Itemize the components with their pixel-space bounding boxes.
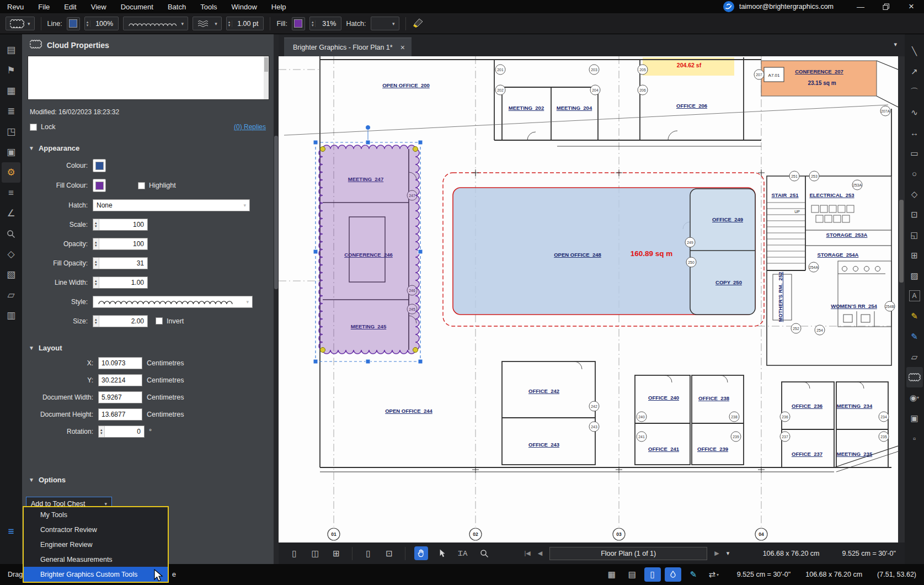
pen-tool-icon[interactable]: ✎ xyxy=(906,326,923,347)
polygon-tool-icon[interactable]: ◇ xyxy=(906,184,923,204)
menu-item-my-tools[interactable]: My Tools xyxy=(24,507,168,522)
line-pattern-dropdown[interactable]: ▾ xyxy=(193,17,222,30)
replies-link[interactable]: (0) Replies xyxy=(234,123,266,131)
menu-document[interactable]: Document xyxy=(114,0,161,13)
markup-list-toggle-icon[interactable]: ≡ xyxy=(0,525,22,538)
highlight-checkbox[interactable]: Highlight xyxy=(138,182,176,189)
invert-checkbox[interactable]: Invert xyxy=(156,317,184,325)
stamp-tool-icon[interactable]: ◉▾ xyxy=(906,387,923,408)
image-tool-icon[interactable]: ▣ xyxy=(906,408,923,428)
y-field[interactable] xyxy=(98,374,142,386)
menu-view[interactable]: View xyxy=(84,0,114,13)
fill-opacity-spinner[interactable]: ▴▾31% xyxy=(309,17,342,30)
select-region-icon[interactable]: ▫ xyxy=(906,428,923,449)
previous-page-button[interactable]: ◀ xyxy=(538,550,542,557)
lock-checkbox[interactable]: Lock xyxy=(30,123,55,131)
line-width-panel-spinner[interactable]: ▴▾ xyxy=(93,276,148,289)
options-section-header[interactable]: ▼Options xyxy=(29,476,66,484)
text-box-tool-icon[interactable]: A xyxy=(909,290,920,301)
restore-button[interactable] xyxy=(873,0,899,13)
zoom-tool-icon[interactable] xyxy=(477,546,491,560)
panel-scrollbar[interactable] xyxy=(274,34,279,564)
rectangle-tool-icon[interactable]: ▭ xyxy=(906,143,923,163)
size-spinner[interactable]: ▴▾ xyxy=(93,315,148,327)
split-view-icon[interactable]: ◫ xyxy=(308,546,322,560)
line-opacity-spinner[interactable]: ▴▾100% xyxy=(84,17,119,30)
ellipse-tool-icon[interactable]: ○ xyxy=(906,163,923,184)
first-page-button[interactable]: |◀ xyxy=(524,550,530,557)
line-style-dropdown[interactable]: ▾ xyxy=(123,17,188,30)
highlighter-icon[interactable] xyxy=(412,17,425,30)
menu-item-brighter-graphics-custom-tools[interactable]: Brighter Graphics Custom Tools xyxy=(24,567,168,582)
cloud-markup[interactable] xyxy=(319,145,419,354)
tab-list-chevron-icon[interactable]: ▾ xyxy=(894,41,897,48)
links-icon[interactable]: ◇ xyxy=(2,244,20,264)
page-options-chevron-icon[interactable]: ▾ xyxy=(727,550,730,557)
line-width-spinner[interactable]: ▴▾1.00 pt xyxy=(226,17,264,30)
studio-icon[interactable]: ▧ xyxy=(2,264,20,285)
checkbox-box[interactable] xyxy=(30,124,37,131)
menu-help[interactable]: Help xyxy=(264,0,293,13)
grid-toggle-icon[interactable]: ▦ xyxy=(603,567,620,582)
menu-item-engineer-review[interactable]: Engineer Review xyxy=(24,537,168,552)
shape-style-dropdown[interactable]: ▾ xyxy=(6,17,35,30)
page-field[interactable] xyxy=(549,547,707,560)
menu-item-contractor-review[interactable]: Contractor Review xyxy=(24,522,168,537)
menu-batch[interactable]: Batch xyxy=(161,0,193,13)
single-page-view-icon[interactable]: ▯ xyxy=(287,546,301,560)
layers-icon[interactable]: ≣ xyxy=(2,101,20,121)
reuse-tool-icon[interactable]: ⇄▾ xyxy=(706,567,722,582)
snap-toggle-icon[interactable]: ▤ xyxy=(624,567,640,582)
file-access-icon[interactable]: ▤ xyxy=(2,40,20,60)
line-color-swatch[interactable] xyxy=(67,17,80,30)
document-width-field[interactable] xyxy=(98,391,142,403)
markup-mode-icon[interactable] xyxy=(665,567,681,582)
crop-icon[interactable]: ⊡ xyxy=(382,546,396,560)
menu-edit[interactable]: Edit xyxy=(57,0,83,13)
next-page-button[interactable]: ▶ xyxy=(714,550,719,557)
colour-swatch[interactable] xyxy=(93,159,106,172)
search-icon[interactable] xyxy=(2,224,20,244)
measurements-icon[interactable]: ∠ xyxy=(2,203,20,224)
pan-tool-icon[interactable] xyxy=(414,546,428,560)
page-sync-icon[interactable]: ▯ xyxy=(644,567,661,582)
document-canvas[interactable]: OPEN OFFICE 200 MEETING 202 MEETING 204 … xyxy=(279,56,898,543)
snapshot-tool-icon[interactable]: ⊡ xyxy=(906,204,923,225)
hatch-dropdown[interactable]: ▾ xyxy=(371,17,399,30)
menu-tools[interactable]: Tools xyxy=(193,0,224,13)
close-button[interactable]: × xyxy=(899,0,924,13)
callout-tool-icon[interactable]: ◱ xyxy=(906,225,923,245)
highlighter-tool-icon[interactable]: ✎ xyxy=(906,306,923,326)
fill-colour-swatch[interactable] xyxy=(93,179,106,192)
dimension-tool-icon[interactable]: ↔ xyxy=(906,123,923,143)
bookmarks-icon[interactable]: ⚑ xyxy=(2,60,20,81)
menu-revu[interactable]: Revu xyxy=(0,0,31,13)
cloud-tool-icon[interactable] xyxy=(906,367,923,387)
markup-list-icon[interactable]: ≡ xyxy=(2,183,20,203)
document-tab[interactable]: Brighter Graphics - Floor Plan 1* × xyxy=(284,38,412,56)
forms-icon[interactable]: ▥ xyxy=(2,305,20,326)
arc-tool-icon[interactable]: ⌒ xyxy=(906,82,923,102)
spaces-icon[interactable]: ◳ xyxy=(2,121,20,142)
opacity-spinner[interactable]: ▴▾ xyxy=(93,238,148,250)
tab-close-icon[interactable]: × xyxy=(400,43,405,52)
layout-section-header[interactable]: ▼Layout xyxy=(29,344,274,352)
area-measure-icon[interactable]: ⊞ xyxy=(906,245,923,265)
insert-page-icon[interactable]: ▯ xyxy=(361,546,375,560)
text-select-icon[interactable]: ꞮA xyxy=(456,546,470,560)
menu-window[interactable]: Window xyxy=(225,0,264,13)
fill-opacity-panel-spinner[interactable]: ▴▾ xyxy=(93,257,148,269)
hatch-select[interactable]: None▾ xyxy=(93,199,250,211)
properties-gear-icon[interactable]: ⚙ xyxy=(2,162,20,183)
style-select[interactable]: ▾ xyxy=(93,296,253,308)
line-tool-icon[interactable]: ╲ xyxy=(906,41,923,61)
arrow-tool-icon[interactable]: ↗ xyxy=(906,61,923,82)
scale-spinner[interactable]: ▴▾ xyxy=(93,219,148,231)
preview-scrollbar[interactable] xyxy=(264,56,269,99)
eraser-tool-icon[interactable]: ▱ xyxy=(906,347,923,367)
fill-color-swatch[interactable] xyxy=(292,17,305,30)
x-field[interactable] xyxy=(98,357,142,369)
thumbnails-icon[interactable]: ▦ xyxy=(2,81,20,101)
select-tool-icon[interactable] xyxy=(435,546,449,560)
canvas-vertical-scrollbar[interactable] xyxy=(898,56,905,543)
